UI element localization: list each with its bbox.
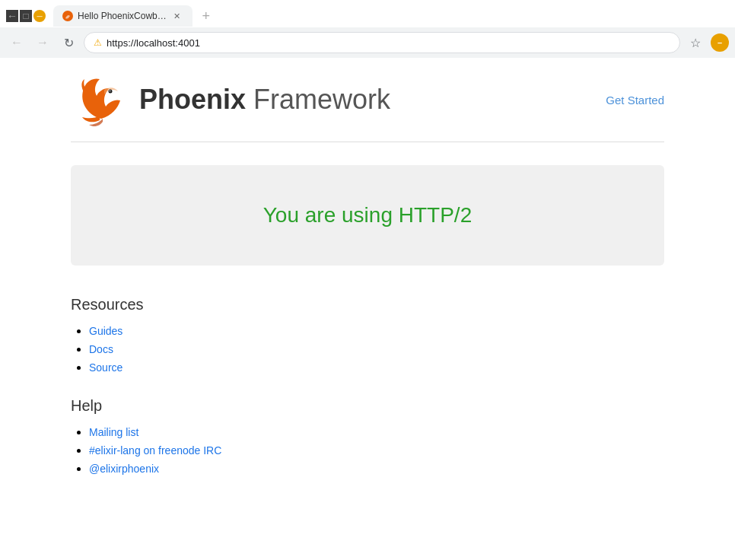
- docs-link[interactable]: Docs: [89, 343, 113, 355]
- active-tab[interactable]: Hello PhoenixCowb… ✕: [53, 5, 192, 27]
- tab-close-button[interactable]: ✕: [171, 10, 183, 22]
- logo-framework: Framework: [246, 84, 390, 115]
- address-bar[interactable]: ⚠ https://localhost:4001: [84, 32, 680, 53]
- account-icon: –: [718, 38, 722, 47]
- logo-phoenix: Phoenix: [139, 84, 246, 115]
- refresh-button[interactable]: ↻: [58, 32, 79, 53]
- title-bar: ← □ ─ Hello PhoenixCowb… ✕: [0, 0, 735, 27]
- bookmark-button[interactable]: ☆: [685, 32, 706, 53]
- minimize-button[interactable]: ←: [6, 10, 18, 22]
- forward-icon: →: [37, 36, 49, 49]
- resources-section: Resources Guides Docs Source: [71, 296, 664, 374]
- help-list: Mailing list #elixir-lang on freenode IR…: [71, 425, 664, 476]
- page-content: Phoenix Framework Get Started You are us…: [0, 58, 735, 560]
- help-title: Help: [71, 397, 664, 415]
- tab-title: Hello PhoenixCowb…: [78, 11, 167, 21]
- list-item: #elixir-lang on freenode IRC: [89, 444, 664, 457]
- list-item: Source: [89, 361, 664, 374]
- list-item: Mailing list: [89, 425, 664, 439]
- close-icon: ─: [37, 12, 42, 21]
- http2-message: You are using HTTP/2: [86, 203, 649, 228]
- refresh-icon: ↻: [64, 36, 74, 50]
- minimize-icon: ←: [7, 10, 18, 22]
- get-started-link[interactable]: Get Started: [606, 94, 664, 107]
- browser-chrome: ← □ ─ Hello PhoenixCowb… ✕: [0, 0, 735, 58]
- twitter-link[interactable]: @elixirphoenix: [89, 463, 159, 475]
- security-icon: ⚠: [94, 37, 102, 48]
- http2-banner: You are using HTTP/2: [71, 165, 664, 266]
- maximize-button[interactable]: □: [20, 10, 32, 22]
- resources-title: Resources: [71, 296, 664, 313]
- account-button[interactable]: –: [711, 33, 729, 52]
- tab-favicon: [62, 11, 73, 21]
- star-icon: ☆: [690, 36, 701, 50]
- list-item: Docs: [89, 342, 664, 356]
- guides-link[interactable]: Guides: [89, 325, 123, 337]
- nav-bar: ← → ↻ ⚠ https://localhost:4001 ☆ –: [0, 27, 735, 58]
- address-text: https://localhost:4001: [107, 37, 670, 49]
- svg-point-2: [110, 91, 111, 92]
- logo-area: Phoenix Framework: [71, 73, 390, 126]
- page-inner: Phoenix Framework Get Started You are us…: [40, 58, 695, 514]
- maximize-icon: □: [23, 11, 28, 21]
- mailing-list-link[interactable]: Mailing list: [89, 426, 138, 438]
- help-section: Help Mailing list #elixir-lang on freeno…: [71, 397, 664, 476]
- list-item: Guides: [89, 324, 664, 338]
- close-button[interactable]: ─: [33, 10, 46, 22]
- list-item: @elixirphoenix: [89, 462, 664, 476]
- irc-link[interactable]: #elixir-lang on freenode IRC: [89, 444, 221, 457]
- forward-button[interactable]: →: [32, 32, 53, 53]
- back-icon: ←: [11, 36, 23, 49]
- back-button[interactable]: ←: [6, 32, 27, 53]
- phoenix-logo: [71, 73, 132, 126]
- window-controls: ← □ ─: [6, 10, 46, 22]
- new-tab-button[interactable]: +: [196, 5, 217, 27]
- site-header: Phoenix Framework Get Started: [71, 73, 664, 142]
- tab-bar: Hello PhoenixCowb… ✕ +: [53, 5, 729, 27]
- logo-text: Phoenix Framework: [139, 84, 390, 116]
- resources-list: Guides Docs Source: [71, 324, 664, 374]
- source-link[interactable]: Source: [89, 361, 123, 374]
